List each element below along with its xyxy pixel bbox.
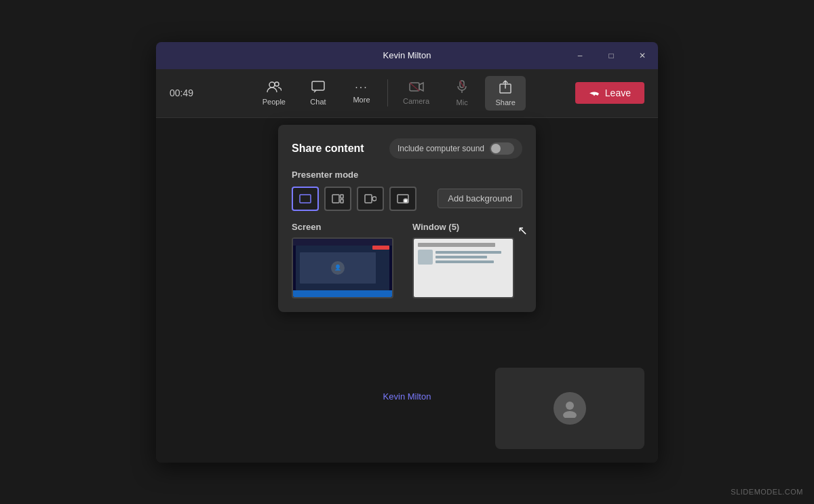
share-options: Screen 👤 [292,222,522,298]
self-avatar [554,392,586,425]
presenter-mode-btn-1[interactable] [292,187,319,211]
svg-rect-13 [365,195,372,203]
leave-button[interactable]: Leave [575,82,644,104]
sound-toggle-label: Include computer sound [398,144,484,153]
close-button[interactable]: ✕ [627,42,658,69]
svg-point-18 [563,411,577,418]
self-view [495,368,644,449]
sound-toggle-switch[interactable] [490,142,514,155]
mic-label: Mic [457,98,468,106]
share-panel: Share content Include computer sound Pre… [278,125,536,312]
more-label: More [353,96,370,104]
more-button[interactable]: ··· More [341,78,382,108]
svg-point-0 [269,82,275,88]
presenter-controls: Add background [292,187,522,211]
call-timer: 00:49 [170,88,204,98]
window-option-title: Window (5) [412,222,522,232]
add-background-button[interactable]: Add background [438,189,522,208]
user-name-label: Kevin Milton [383,391,431,402]
chat-label: Chat [310,98,326,106]
share-header: Share content Include computer sound [292,138,522,159]
window-controls: – □ ✕ [564,42,658,69]
title-bar: Kevin Milton – □ ✕ [156,42,658,69]
people-icon [267,81,282,95]
camera-label: Camera [403,97,429,105]
mic-icon [457,80,467,96]
minimize-button[interactable]: – [564,42,596,69]
people-button[interactable]: People [253,77,295,110]
toolbar: 00:49 People [156,69,658,118]
presenter-mode-btn-3[interactable] [357,187,384,211]
app-window: Kevin Milton – □ ✕ 00:49 [156,42,658,463]
share-button[interactable]: Share [485,76,526,111]
share-title: Share content [292,142,364,155]
chat-button[interactable]: Chat [298,77,338,110]
screen-option-title: Screen [292,222,402,232]
camera-button[interactable]: Camera [393,77,439,109]
svg-point-14 [372,197,376,201]
window-title: Kevin Milton [383,50,431,60]
share-label: Share [495,98,515,106]
svg-rect-9 [300,195,311,203]
chat-icon [311,81,325,95]
svg-line-4 [410,83,419,91]
sound-toggle-container[interactable]: Include computer sound [389,138,522,159]
toolbar-buttons: People Chat ··· More [253,76,526,111]
screen-thumbnail[interactable]: 👤 [292,237,393,298]
toolbar-divider [387,79,388,106]
leave-label: Leave [605,88,631,98]
share-icon [499,80,511,96]
svg-point-1 [275,82,279,86]
people-label: People [263,98,286,106]
svg-point-16 [404,199,408,203]
mic-button[interactable]: Mic [442,76,482,111]
svg-point-17 [566,402,574,410]
camera-icon [409,81,424,94]
watermark: SLIDEMODEL.COM [731,488,803,496]
more-icon: ··· [355,82,368,93]
window-option: Window (5) [412,222,522,298]
svg-rect-12 [341,199,343,203]
presenter-mode-label: Presenter mode [292,170,522,180]
window-thumbnail[interactable] [412,237,514,298]
main-content: Share content Include computer sound Pre… [156,118,658,463]
svg-rect-10 [332,195,339,203]
maximize-button[interactable]: □ [596,42,627,69]
screen-option: Screen 👤 [292,222,402,298]
leave-phone-icon [589,88,600,98]
svg-rect-2 [312,81,324,90]
presenter-mode-btn-4[interactable] [389,187,416,211]
svg-rect-11 [341,195,343,198]
presenter-mode-btn-2[interactable] [324,187,351,211]
